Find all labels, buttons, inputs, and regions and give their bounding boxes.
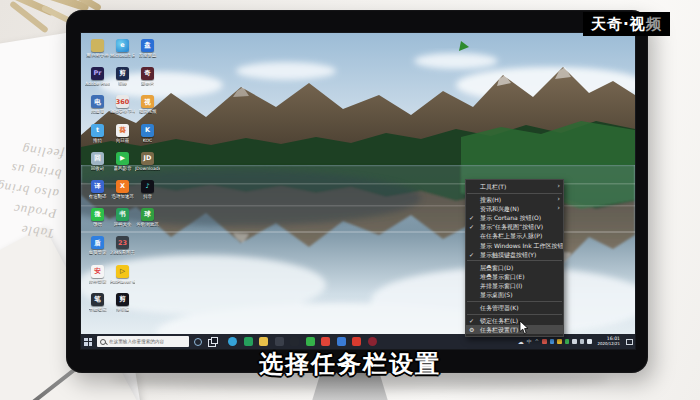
desktop-icon-label: 向日葵	[116, 138, 130, 143]
onedrive-cloud-icon[interactable]: ☁	[518, 339, 524, 345]
cortana-button[interactable]	[194, 338, 202, 346]
desktop-icon-label: 迅游加速器	[111, 194, 134, 199]
tray-app-blue[interactable]	[550, 339, 555, 344]
desktop-icon-迅游加速器[interactable]: X迅游加速器	[110, 180, 135, 208]
menu-item-并排显示窗口(I)[interactable]: 并排显示窗口(I)	[466, 281, 563, 290]
desktop-icon-谷歌浏览器[interactable]: 球谷歌浏览器	[135, 208, 160, 236]
desktop-icon-用户的文件[interactable]: 用户的文件	[85, 39, 110, 67]
desktop-icon-label: 回收站	[91, 166, 105, 171]
volume-icon[interactable]	[587, 339, 592, 344]
app-icon-glyph: K	[145, 127, 150, 134]
desktop-icon-微信[interactable]: 微微信	[85, 208, 110, 236]
menu-item-label: 工具栏(T)	[480, 183, 506, 190]
app-icon-glyph: 剪	[119, 296, 126, 303]
tray-app-green[interactable]	[565, 339, 570, 344]
desktop-icon-剪映[interactable]: 剪剪映	[110, 67, 135, 95]
desktop-icon-推特[interactable]: t推特	[85, 124, 110, 152]
menu-item-搜索(H)[interactable]: 搜索(H)›	[466, 195, 563, 204]
app-icon: 盘	[141, 39, 154, 52]
desktop-icon-此电脑[interactable]: 电此电脑	[85, 95, 110, 123]
taskbar-app-app-dark-1[interactable]	[275, 337, 284, 346]
desktop-icon-评书大全[interactable]: 书评书大全	[110, 208, 135, 236]
taskbar-app-edge[interactable]	[228, 337, 237, 346]
menu-item-资讯和兴趣(N)[interactable]: 资讯和兴趣(N)›	[466, 204, 563, 213]
channel-watermark: 天奇·视 频	[583, 12, 670, 36]
desktop-icon-label: 暴风影音	[114, 166, 132, 171]
desktop-icon-label: 爱奇艺	[141, 81, 155, 86]
menu-item-工具栏(T)[interactable]: 工具栏(T)›	[466, 182, 563, 191]
desktop-icon-软件管家[interactable]: 安软件管家	[85, 265, 110, 293]
desktop-icon-百度网盘[interactable]: 盘百度网盘	[135, 39, 160, 67]
desktop-icon-PotPlayer 64[interactable]: ▷PotPlayer 64	[110, 265, 135, 293]
app-icon-glyph: Pr	[94, 70, 102, 77]
app-icon: 剪	[116, 293, 129, 306]
submenu-arrow-icon: ›	[557, 195, 560, 204]
menu-item-层叠窗口(D)[interactable]: 层叠窗口(D)	[466, 263, 563, 272]
desktop-icon-抖音[interactable]: ♪抖音	[135, 180, 160, 208]
app-icon: 360	[116, 95, 129, 108]
tray-app-red[interactable]	[542, 339, 547, 344]
taskbar-app-app-dark-2[interactable]	[290, 337, 299, 346]
desktop-icon-爱奇艺[interactable]: 奇爱奇艺	[135, 67, 160, 95]
taskbar-clock[interactable]: 16:01 2020/12/21	[598, 337, 620, 347]
submenu-arrow-icon: ›	[557, 182, 560, 191]
menu-item-显示桌面(S)[interactable]: 显示桌面(S)	[466, 290, 563, 299]
taskbar-app-app-red-2[interactable]	[352, 337, 361, 346]
desktop-icon-label: 快剪辑	[116, 307, 130, 312]
app-icon-glyph: 书	[119, 211, 126, 218]
menu-item-任务管理器(K)[interactable]: 任务管理器(K)	[466, 303, 563, 312]
network-icon[interactable]	[580, 339, 585, 344]
taskbar-app-app-green[interactable]	[306, 337, 315, 346]
action-center-button[interactable]	[626, 339, 633, 345]
task-view-button[interactable]	[208, 338, 216, 346]
app-icon: ▷	[116, 265, 129, 278]
desktop-icon-label: 有道翻译	[89, 194, 107, 199]
menu-item-锁定任务栏(L)[interactable]: ✓锁定任务栏(L)	[466, 316, 563, 325]
video-subtitle: 选择任务栏设置	[0, 348, 700, 380]
gear-icon: ⚙	[469, 325, 479, 334]
taskbar-app-file-explorer[interactable]	[259, 337, 268, 346]
start-button[interactable]	[81, 334, 95, 349]
menu-item-任务栏设置(T)[interactable]: ⚙任务栏设置(T)	[466, 325, 563, 334]
desktop-icon-Microsoft Edge[interactable]: eMicrosoft Edge	[110, 39, 135, 67]
menu-item-在任务栏上显示人脉(P)[interactable]: 在任务栏上显示人脉(P)	[466, 231, 563, 240]
hidden-icons-expander[interactable]: ^	[535, 339, 539, 344]
app-icon: K	[141, 124, 154, 137]
app-icon-glyph: ♪	[145, 183, 149, 190]
tray-icons: ☁中^	[518, 339, 592, 345]
ime-indicator[interactable]: 中	[527, 339, 532, 344]
desktop-icon-为知笔记[interactable]: 笔为知笔记	[85, 293, 110, 321]
watermark-text-faded: 频	[646, 15, 662, 34]
desktop-icon-回收站[interactable]: 回回收站	[85, 152, 110, 180]
menu-item-显示 Windows Ink 工作区按钮(W)[interactable]: 显示 Windows Ink 工作区按钮(W)	[466, 241, 563, 250]
menu-item-堆叠显示窗口(E)[interactable]: 堆叠显示窗口(E)	[466, 272, 563, 281]
menu-item-显示 Cortana 按钮(O)[interactable]: ✓显示 Cortana 按钮(O)	[466, 213, 563, 222]
desktop-icon-row: 回回收站▶暴风影音JDJDownloader	[85, 152, 160, 180]
desktop-icon-JDownloader[interactable]: JDJDownloader	[135, 152, 160, 180]
checkmark-icon: ✓	[469, 213, 479, 222]
menu-item-显示触摸键盘按钮(Y)[interactable]: ✓显示触摸键盘按钮(Y)	[466, 250, 563, 259]
desktop-icon-电脑管家[interactable]: 盾电脑管家	[85, 236, 110, 264]
taskbar-app-wechat[interactable]	[244, 337, 253, 346]
desktop-icon-Adobe Premiere[interactable]: PrAdobe Premiere	[85, 67, 110, 95]
keyboard-icon[interactable]	[572, 339, 577, 344]
desktop-icon-2345看图王[interactable]: 232345看图王	[110, 236, 135, 264]
taskbar-search-input[interactable]: 在这里输入你要搜索的内容	[97, 336, 189, 347]
search-icon	[100, 339, 106, 345]
desktop-icon-360安全卫士[interactable]: 360360安全卫士	[110, 95, 135, 123]
tray-app-yellow[interactable]	[557, 339, 562, 344]
clock-date: 2020/12/21	[598, 342, 620, 346]
desktop-icon-快剪辑[interactable]: 剪快剪辑	[110, 293, 135, 321]
taskbar-app-pc-manager[interactable]	[337, 337, 346, 346]
desktop-icon-有道翻译[interactable]: 译有道翻译	[85, 180, 110, 208]
desktop-icon-腾讯视频[interactable]: 视腾讯视频	[135, 95, 160, 123]
taskbar-app-app-red[interactable]	[321, 337, 330, 346]
app-icon: 剪	[116, 67, 129, 80]
desktop-icon-暴风影音[interactable]: ▶暴风影音	[110, 152, 135, 180]
menu-separator	[467, 314, 562, 315]
menu-item-label: 层叠窗口(D)	[480, 264, 513, 271]
taskbar-app-app-maroon[interactable]	[368, 337, 377, 346]
menu-item-显示“任务视图”按钮(V)[interactable]: ✓显示“任务视图”按钮(V)	[466, 222, 563, 231]
desktop-icon-KOC[interactable]: KKOC	[135, 124, 160, 152]
desktop-icon-向日葵[interactable]: 葵向日葵	[110, 124, 135, 152]
